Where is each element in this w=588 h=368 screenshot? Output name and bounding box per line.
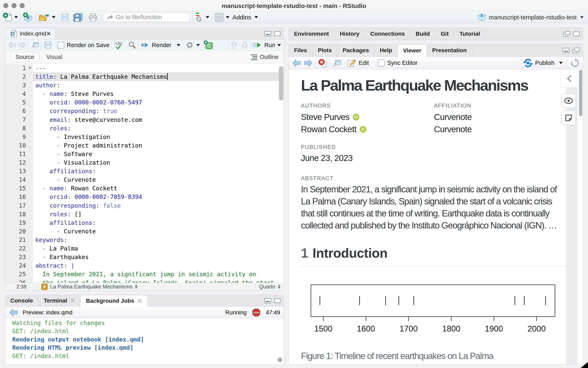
code-line-7[interactable]: email: steve@curvenote.com bbox=[35, 115, 284, 124]
tab-presentation[interactable]: Presentation bbox=[427, 44, 472, 56]
new-project-button[interactable]: R bbox=[23, 12, 33, 22]
tab-environment[interactable]: Environment bbox=[289, 28, 334, 40]
code-line-4[interactable]: - name: Steve Purves bbox=[35, 90, 284, 98]
publish-label[interactable]: Publish bbox=[535, 60, 555, 66]
code-line-1[interactable]: --- bbox=[35, 64, 284, 73]
outline-button[interactable]: Outline bbox=[250, 54, 278, 60]
render-caret-icon[interactable] bbox=[177, 44, 180, 46]
git-button[interactable]: G bbox=[195, 12, 209, 22]
tab-background-jobs[interactable]: Background Jobs✕ bbox=[80, 295, 148, 307]
job-back-icon[interactable] bbox=[9, 308, 18, 317]
tab-history[interactable]: History bbox=[334, 28, 365, 40]
project-menu-button[interactable]: R manuscript-template-rstudio-test bbox=[478, 12, 584, 23]
code-line-8[interactable]: roles: bbox=[35, 124, 284, 133]
tab-terminal[interactable]: Terminal✕ bbox=[38, 295, 81, 306]
code-line-17[interactable]: corresponding: false bbox=[35, 201, 284, 210]
visual-mode-button[interactable]: Visual bbox=[46, 54, 62, 60]
viewer-forward-icon[interactable] bbox=[304, 59, 313, 67]
code-line-24[interactable]: abstract: | bbox=[35, 261, 284, 270]
refresh-icon[interactable] bbox=[570, 58, 580, 68]
job-log[interactable]: Watching files for changesGET: /index.ht… bbox=[5, 318, 284, 360]
code-line-6[interactable]: corresponding: true bbox=[35, 107, 284, 115]
tab-terminal-close-icon[interactable]: ✕ bbox=[70, 297, 75, 304]
tab-help[interactable]: Help bbox=[375, 44, 398, 56]
clear-viewer-icon[interactable] bbox=[318, 59, 327, 67]
minimize-console-icon[interactable] bbox=[264, 298, 271, 303]
viewer-popout-icon[interactable] bbox=[332, 59, 342, 67]
save-file-icon[interactable] bbox=[44, 41, 52, 49]
maximize-env-icon[interactable] bbox=[573, 31, 580, 36]
stop-job-icon[interactable]: STOP bbox=[252, 308, 261, 317]
render-label[interactable]: Render bbox=[152, 42, 171, 48]
code-line-23[interactable]: - Earthquakes bbox=[35, 253, 284, 261]
minimize-viewer-icon[interactable] bbox=[562, 48, 570, 53]
maximize-console-icon[interactable] bbox=[274, 298, 281, 303]
code-line-9[interactable]: - Investigation bbox=[35, 133, 284, 141]
collapse-panel-button[interactable] bbox=[560, 70, 578, 88]
run-previous-icon[interactable] bbox=[230, 41, 238, 49]
code-line-10[interactable]: - Project administration bbox=[35, 141, 284, 150]
tab-build[interactable]: Build bbox=[410, 28, 435, 40]
orcid-icon[interactable]: iD bbox=[360, 126, 366, 133]
viewer-back-icon[interactable] bbox=[292, 59, 301, 67]
gear-caret-icon[interactable] bbox=[196, 44, 200, 46]
code-line-11[interactable]: - Software bbox=[35, 150, 284, 158]
tab-git[interactable]: Git bbox=[435, 28, 454, 40]
sync-editor-checkbox[interactable] bbox=[378, 60, 385, 66]
publish-caret-icon[interactable] bbox=[559, 62, 563, 64]
tab-console[interactable]: Console bbox=[5, 295, 38, 306]
panes-button[interactable] bbox=[214, 13, 230, 22]
insert-chunk-icon[interactable]: C bbox=[204, 40, 214, 50]
code-line-16[interactable]: orcid: 0000-0002-7859-8394 bbox=[35, 193, 284, 201]
search-icon[interactable] bbox=[128, 41, 137, 50]
tab-background-jobs-close-icon[interactable]: ✕ bbox=[137, 297, 142, 304]
code-line-13[interactable]: affiliations: bbox=[35, 167, 284, 175]
console-scrollbar[interactable] bbox=[278, 358, 282, 362]
code-line-25[interactable]: In September 2021, a significant jump in… bbox=[35, 270, 284, 278]
save-all-button[interactable] bbox=[73, 13, 83, 22]
code-line-5[interactable]: orcid: 0000-0002-0760-5497 bbox=[35, 98, 284, 107]
editor-scrollbar[interactable] bbox=[279, 66, 283, 101]
code-line-21[interactable]: keywords: bbox=[35, 236, 284, 244]
symbol-navigator[interactable]: # La Palma Earthquake Mechanisms bbox=[38, 283, 256, 291]
viewer-scrollbar[interactable] bbox=[579, 70, 582, 116]
code-editor[interactable]: 1234567891011121314151617181920212223242… bbox=[5, 64, 284, 284]
spellcheck-icon[interactable]: ABC bbox=[114, 40, 124, 50]
tab-packages[interactable]: Packages bbox=[337, 44, 374, 56]
run-next-icon[interactable] bbox=[241, 41, 248, 49]
code-line-18[interactable]: roles: [] bbox=[35, 210, 284, 219]
code-line-22[interactable]: - La Palma bbox=[35, 244, 284, 253]
run-caret-icon[interactable] bbox=[277, 44, 281, 46]
comment-note-button[interactable] bbox=[561, 110, 576, 125]
tab-viewer[interactable]: Viewer bbox=[397, 44, 427, 57]
back-icon[interactable] bbox=[8, 42, 16, 48]
restore-viewer-icon[interactable] bbox=[572, 47, 580, 53]
restore-env-icon[interactable] bbox=[563, 31, 570, 37]
tab-tutorial[interactable]: Tutorial bbox=[454, 28, 486, 40]
code-line-2[interactable]: title: La Palma Earthquake Mechanisms bbox=[33, 73, 284, 81]
minimize-pane-icon[interactable] bbox=[264, 31, 271, 36]
goto-file-input[interactable]: Go to file/function bbox=[104, 13, 190, 22]
gear-icon[interactable] bbox=[185, 41, 194, 50]
tab-connections[interactable]: Connections bbox=[365, 28, 411, 40]
tab-files[interactable]: Files bbox=[289, 44, 312, 56]
code-line-19[interactable]: affiliations: bbox=[35, 219, 284, 227]
render-on-save-checkbox[interactable] bbox=[57, 42, 64, 48]
code-line-12[interactable]: - Visualization bbox=[35, 158, 284, 167]
orcid-icon[interactable]: iD bbox=[353, 114, 359, 120]
popout-icon[interactable] bbox=[31, 41, 40, 49]
forward-icon[interactable] bbox=[18, 42, 26, 48]
editor-code[interactable]: ---title: La Palma Earthquake Mechanisms… bbox=[33, 64, 284, 284]
source-mode-button[interactable]: Source bbox=[10, 52, 39, 62]
filetype-selector[interactable]: Quarto bbox=[256, 283, 284, 291]
tab-plots[interactable]: Plots bbox=[312, 44, 337, 56]
editor-tab-index-qmd[interactable]: index.qmd ✕ bbox=[5, 28, 56, 39]
editor-tab-close-icon[interactable]: ✕ bbox=[46, 30, 51, 37]
save-button[interactable] bbox=[61, 13, 69, 22]
code-line-3[interactable]: author: bbox=[35, 81, 284, 90]
edit-label[interactable]: Edit bbox=[359, 60, 369, 66]
new-file-button[interactable] bbox=[3, 13, 18, 22]
preview-eye-button[interactable] bbox=[561, 93, 576, 108]
code-line-14[interactable]: - Curvenote bbox=[35, 175, 284, 184]
addins-button[interactable]: Addins bbox=[230, 14, 258, 21]
